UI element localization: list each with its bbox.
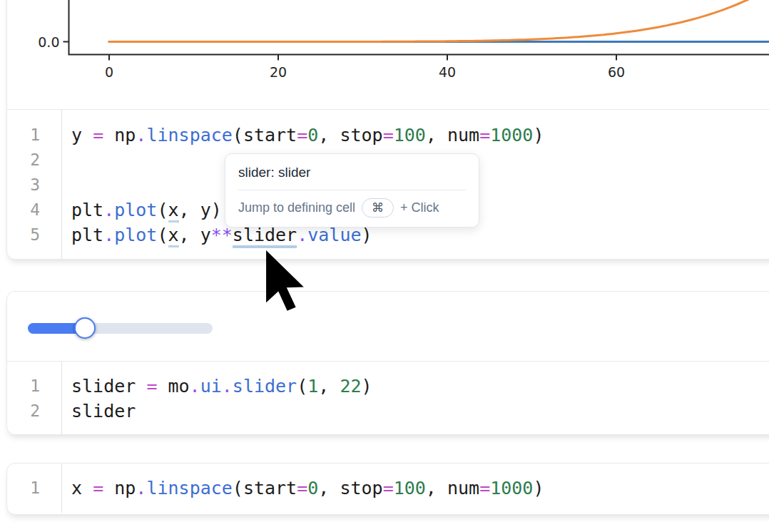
slider-cell-output (7, 292, 769, 362)
code-token: stop (340, 125, 382, 145)
code-token: num (447, 125, 479, 145)
code-token: = (297, 478, 307, 498)
command-key-badge: ⌘ (362, 198, 394, 218)
line-number: 1 (7, 374, 40, 399)
code-token (329, 125, 340, 145)
code-token: ) (362, 376, 372, 397)
series-power (109, 0, 769, 41)
code-token: slider (71, 401, 136, 421)
line-number: 5 (7, 222, 40, 247)
code-token (329, 478, 340, 498)
x-cell-editor[interactable]: 1 x = np.linspace(start=0, stop=100, num… (7, 464, 769, 513)
code-token: y (71, 125, 82, 145)
line-number-gutter: 1 (7, 464, 62, 513)
code-token: plt (71, 225, 103, 245)
code-token: x (168, 225, 179, 247)
x-tick-label: 60 (608, 64, 625, 80)
code-token: ) (533, 125, 544, 145)
line-number: 1 (7, 476, 40, 501)
command-key-icon: ⌘ (372, 200, 384, 215)
mouse-cursor-icon (266, 250, 307, 314)
code-token: . (136, 478, 146, 498)
code-token: . (190, 376, 200, 397)
code-token: ( (297, 376, 307, 397)
code-token: ) (533, 478, 544, 498)
tooltip-title: slider: slider (238, 165, 466, 180)
code-token: ( (157, 225, 168, 245)
slider-handle[interactable] (74, 317, 96, 339)
code-token: x (71, 478, 82, 498)
code-token: . (103, 225, 114, 245)
x-tick-label: 0 (105, 64, 113, 80)
code-token: linspace (146, 478, 232, 498)
code-token: = (383, 478, 394, 498)
code-token: ) (211, 200, 222, 220)
code-column[interactable]: slider = mo.ui.slider(1, 22)slider (62, 362, 769, 436)
code-token (190, 200, 200, 220)
code-token: ** (211, 225, 233, 245)
code-token: x (168, 200, 179, 222)
code-token: start (243, 125, 297, 145)
code-token: ( (157, 200, 168, 220)
notebook-page: 0.00204060 12345 y = np.linspace(start=0… (0, 0, 769, 532)
code-token: 0 (307, 478, 318, 498)
code-token (103, 478, 114, 498)
code-token (82, 125, 93, 145)
code-line[interactable]: x = np.linspace(start=0, stop=100, num=1… (71, 476, 769, 501)
code-line[interactable]: slider = mo.ui.slider(1, 22) (71, 374, 769, 399)
code-token: , (318, 125, 329, 145)
code-token: = (297, 125, 307, 145)
code-token: start (243, 478, 297, 498)
code-token: = (383, 125, 394, 145)
code-token (329, 376, 340, 397)
code-token: slider (71, 376, 136, 397)
code-token: = (479, 125, 490, 145)
code-line[interactable]: slider (71, 399, 769, 424)
line-number: 2 (7, 148, 40, 173)
code-token: , (179, 200, 190, 220)
slider-cell-editor[interactable]: 12 slider = mo.ui.slider(1, 22)slider (7, 362, 769, 436)
tooltip-action-label: Jump to defining cell (238, 200, 355, 215)
code-token: y (200, 225, 211, 245)
code-column[interactable]: x = np.linspace(start=0, stop=100, num=1… (62, 464, 769, 513)
variable-tooltip: slider: slider Jump to defining cell ⌘ +… (225, 153, 479, 227)
code-token: np (114, 478, 136, 498)
line-number: 2 (7, 399, 40, 424)
code-token: . (222, 376, 233, 397)
code-token: mo (168, 376, 190, 397)
tooltip-click-suffix: + Click (400, 200, 439, 215)
code-token: ( (233, 125, 243, 145)
code-token (437, 478, 447, 498)
code-token: 100 (394, 125, 426, 145)
code-token: slider (233, 225, 297, 248)
code-token: 0 (307, 125, 318, 145)
code-token (157, 376, 168, 397)
line-number-gutter: 12345 (7, 110, 62, 260)
matplotlib-chart: 0.00204060 (7, 0, 769, 109)
tooltip-divider (238, 190, 466, 190)
x-tick-label: 40 (439, 64, 456, 80)
code-token: plt (71, 200, 103, 220)
code-token: value (307, 225, 361, 245)
line-number: 1 (7, 123, 40, 148)
line-number: 3 (7, 173, 40, 198)
code-token: . (136, 125, 146, 145)
code-token: , (426, 478, 437, 498)
cell-x: 1 x = np.linspace(start=0, stop=100, num… (6, 463, 769, 515)
code-token: , (318, 376, 329, 397)
code-token: plot (114, 225, 157, 245)
plot-cell-output: 0.00204060 (7, 0, 769, 110)
code-line[interactable]: y = np.linspace(start=0, stop=100, num=1… (71, 123, 769, 148)
code-token: = (93, 125, 103, 145)
line-number: 4 (7, 198, 40, 222)
line-number-gutter: 12 (7, 362, 62, 436)
code-token: . (297, 225, 307, 245)
tooltip-action-row: Jump to defining cell ⌘ + Click (238, 198, 466, 218)
code-token: ( (233, 478, 243, 498)
slider-track[interactable] (28, 323, 213, 334)
code-token: ) (362, 225, 372, 245)
code-token: 22 (340, 376, 361, 397)
code-token (437, 125, 447, 145)
code-token (103, 125, 114, 145)
code-token: , (179, 225, 190, 245)
